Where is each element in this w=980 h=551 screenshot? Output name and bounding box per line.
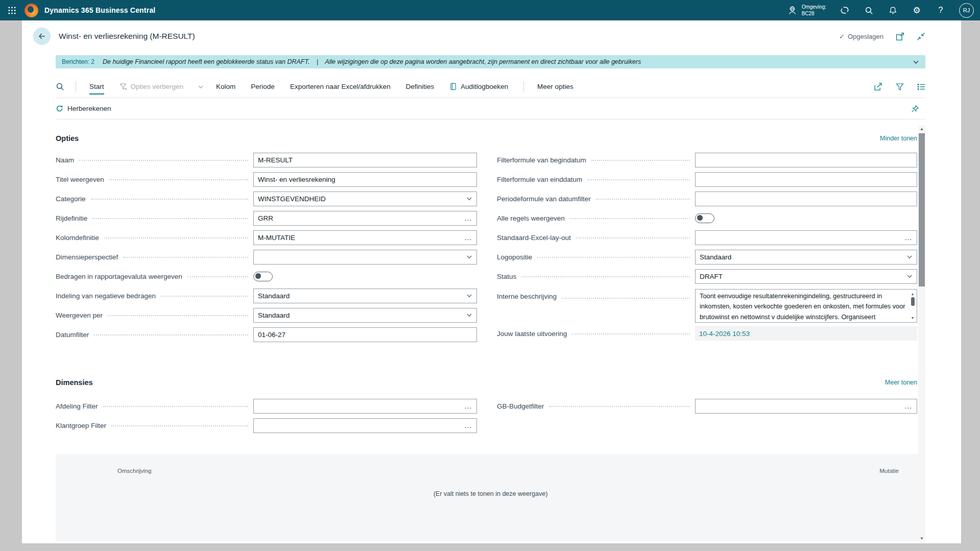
scroll-up-icon[interactable]: ▲ [918, 127, 925, 131]
field-interne-beschrijving: Interne beschrijving Toont eenvoudige re… [497, 286, 917, 324]
commandbar-search-icon[interactable] [56, 82, 64, 91]
standaard-excel-layout-input[interactable]: … [695, 230, 917, 245]
settings-gear-icon[interactable]: ⚙ [911, 5, 922, 16]
search-icon[interactable] [863, 5, 874, 16]
column-header-omschrijving[interactable]: Omschrijving [117, 468, 151, 474]
options-form: Naam M-RESULT Titel weergeven Winst- en … [56, 150, 925, 344]
indeling-negatieve-bedragen-select[interactable]: Standaard [253, 289, 477, 303]
notification-message: De huidige Financieel rapport heeft een … [103, 58, 641, 65]
notifications-bell-icon[interactable] [887, 5, 898, 16]
open-in-new-window-icon[interactable] [896, 32, 904, 41]
field-rijdefinitie: Rijdefinitie GRR … [56, 208, 477, 228]
periodeformule-datumfilter-input[interactable] [695, 191, 917, 206]
back-button[interactable] [33, 28, 51, 45]
page-title-bar: Winst- en verliesrekening (M-RESULT) ✓ O… [22, 20, 961, 52]
show-more-link[interactable]: Meer tonen [885, 379, 917, 386]
copilot-icon[interactable] [839, 5, 850, 16]
app-title[interactable]: Dynamics 365 Business Central [44, 6, 155, 14]
environment-name: BC28 [802, 10, 826, 17]
refresh-icon [56, 105, 63, 112]
dynamics-logo-icon [25, 4, 38, 17]
field-afdeling-filter: Afdeling Filter … [56, 396, 477, 416]
field-bedragen-rapportagevaluta: Bedragen in rapportagevaluta weergeven [56, 267, 477, 286]
avatar[interactable]: RJ [959, 3, 974, 18]
chevron-down-icon[interactable] [466, 254, 472, 260]
hide-options-filter-icon [119, 83, 127, 90]
chevron-down-icon[interactable] [466, 196, 472, 202]
scroll-down-icon[interactable]: ▼ [918, 536, 925, 541]
pin-icon[interactable] [911, 105, 919, 113]
share-icon[interactable] [874, 82, 882, 91]
chevron-down-icon[interactable] [906, 273, 913, 279]
filterformule-einddatum-input[interactable] [695, 172, 917, 187]
menu-definities[interactable]: Definities [406, 83, 435, 90]
collapse-icon[interactable] [917, 32, 925, 41]
column-header-mutatie[interactable]: Mutatie [879, 468, 899, 474]
afdeling-filter-input[interactable]: … [253, 399, 477, 414]
command-bar: Start Opties verbergen Kolom Periode Exp… [56, 76, 925, 98]
notification-bar: Berichten: 2 De huidige Financieel rappo… [56, 55, 925, 68]
datumfilter-input[interactable]: 01-06-27 [253, 327, 477, 342]
page-scrollbar-thumb[interactable] [919, 133, 925, 286]
page-scrollbar[interactable]: ▲ ▼ [918, 125, 925, 542]
field-naam: Naam M-RESULT [56, 150, 477, 170]
chevron-down-icon[interactable] [906, 254, 913, 260]
naam-input[interactable]: M-RESULT [253, 153, 477, 167]
field-indeling-negatieve-bedragen: Indeling van negatieve bedragen Standaar… [56, 286, 477, 305]
gb-budgetfilter-input[interactable]: … [695, 399, 917, 414]
commandbar-separator [76, 81, 76, 92]
field-alle-regels-weergeven: Alle regels weergeven [497, 208, 917, 228]
bedragen-rapportagevaluta-toggle[interactable] [253, 272, 273, 281]
laatste-uitvoering-link[interactable]: 10-4-2026 10:53 [695, 326, 917, 341]
weergeven-per-select[interactable]: Standaard [253, 308, 477, 323]
hide-options-chevron-down-icon[interactable] [198, 84, 204, 90]
notification-badge[interactable]: Berichten: 2 [62, 58, 94, 65]
app-launcher-icon[interactable] [0, 0, 23, 20]
help-icon[interactable]: ? [935, 5, 946, 16]
field-klantgroep-filter: Klantgroep Filter … [56, 416, 477, 435]
saved-status: ✓ Opgeslagen [839, 33, 883, 40]
dimensieperspectief-select[interactable] [253, 250, 477, 265]
menu-meer-opties[interactable]: Meer opties [537, 83, 573, 90]
scroll-down-icon[interactable]: ▼ [909, 315, 916, 321]
menu-exporteren[interactable]: Exporteren naar Excel/afdrukken [290, 83, 391, 90]
check-icon: ✓ [839, 33, 845, 40]
menu-periode[interactable]: Periode [251, 83, 275, 90]
titel-weergeven-input[interactable]: Winst- en verliesrekening [253, 172, 477, 187]
options-section-header: Opties Minder tonen [56, 129, 925, 148]
environment-indicator[interactable]: Omgeving: BC28 [787, 4, 826, 17]
filter-icon[interactable] [896, 82, 904, 91]
scrollbar-thumb[interactable] [911, 297, 915, 306]
lines-table: Omschrijving Mutatie (Er valt niets te t… [56, 454, 925, 541]
audit-log-icon [449, 83, 457, 90]
field-jouw-laatste-uitvoering: Jouw laatste uitvoering 10-4-2026 10:53 [497, 324, 917, 343]
recalculate-button[interactable]: Herberekenen [56, 105, 111, 112]
filterformule-begindatum-input[interactable] [695, 153, 917, 167]
chevron-down-icon[interactable] [466, 312, 472, 318]
dimensions-form: Afdeling Filter … Klantgroep Filter … GB… [56, 396, 925, 435]
saved-label: Opgeslagen [848, 33, 883, 40]
dimensions-section-title: Dimensies [56, 378, 93, 387]
interne-beschrijving-textarea[interactable]: Toont eenvoudige resultatenrekeningindel… [695, 289, 917, 323]
notification-chevron-down-icon[interactable] [913, 59, 919, 65]
status-select[interactable]: DRAFT [695, 269, 917, 284]
menu-auditlogboeken[interactable]: Auditlogboeken [449, 83, 508, 90]
textarea-scrollbar[interactable]: ▲ ▼ [909, 290, 916, 322]
hide-options-button[interactable]: Opties verbergen [119, 83, 184, 90]
chevron-down-icon[interactable] [466, 293, 472, 299]
field-titel-weergeven: Titel weergeven Winst- en verliesrekenin… [56, 170, 477, 189]
list-view-icon[interactable] [917, 82, 925, 91]
show-less-link[interactable]: Minder tonen [880, 135, 917, 142]
field-filterformule-einddatum: Filterformule van einddatum [497, 170, 917, 189]
categorie-select[interactable]: WINSTGEVENDHEID [253, 191, 477, 206]
logopositie-select[interactable]: Standaard [695, 250, 917, 265]
alle-regels-weergeven-toggle[interactable] [695, 213, 714, 223]
tab-start[interactable]: Start [89, 83, 104, 90]
field-filterformule-begindatum: Filterformule van begindatum [497, 150, 917, 170]
klantgroep-filter-input[interactable]: … [253, 418, 477, 433]
scroll-up-icon[interactable]: ▲ [909, 291, 916, 297]
kolomdefinitie-input[interactable]: M-MUTATIE … [253, 230, 477, 245]
notification-divider: | [317, 58, 318, 65]
rijdefinitie-input[interactable]: GRR … [253, 211, 477, 226]
menu-kolom[interactable]: Kolom [216, 83, 235, 90]
